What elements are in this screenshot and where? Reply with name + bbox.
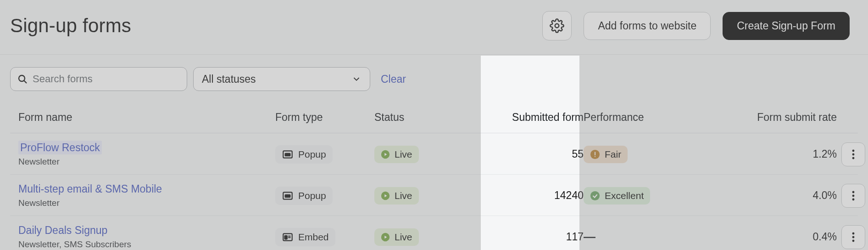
- svg-point-10: [852, 149, 855, 152]
- gear-icon: [550, 18, 564, 33]
- performance-label: Excellent: [605, 190, 644, 201]
- svg-rect-22: [285, 235, 287, 239]
- svg-point-11: [852, 153, 855, 155]
- submitted-count: 117: [492, 231, 584, 243]
- clear-filters-link[interactable]: Clear: [381, 73, 406, 85]
- form-type-label: Popup: [298, 190, 326, 201]
- col-submitted: Submitted form: [492, 111, 584, 124]
- status-label: Live: [395, 190, 412, 201]
- page-title: Sign-up forms: [10, 15, 131, 37]
- submit-rate: 4.0%: [749, 189, 837, 202]
- popup-icon: [282, 148, 294, 160]
- form-type-label: Popup: [298, 149, 326, 160]
- check-icon: [590, 191, 600, 201]
- performance-pill: Excellent: [584, 187, 650, 205]
- row-actions-button[interactable]: [841, 225, 865, 249]
- row-actions-button[interactable]: [841, 142, 865, 166]
- status-filter[interactable]: All statuses: [193, 67, 370, 91]
- svg-point-19: [852, 194, 855, 197]
- status-filter-value: All statuses: [202, 73, 256, 85]
- form-subtitle: Newsletter, SMS Subscribers: [18, 239, 275, 250]
- form-type-pill: Embed: [275, 228, 335, 246]
- form-name-link[interactable]: ProFlow Restock: [18, 141, 102, 154]
- col-form-name: Form name: [18, 111, 275, 124]
- add-forms-button[interactable]: Add forms to website: [584, 12, 711, 40]
- form-subtitle: Newsletter: [18, 157, 275, 167]
- performance-label: Fair: [605, 149, 621, 160]
- performance-pill: Fair: [584, 146, 628, 163]
- play-icon: [381, 191, 390, 200]
- popup-icon: [282, 190, 294, 202]
- svg-point-0: [555, 24, 559, 28]
- more-vertical-icon: [852, 191, 855, 201]
- status-pill: Live: [374, 187, 419, 205]
- submitted-count: 14240: [492, 189, 584, 202]
- more-vertical-icon: [852, 149, 855, 159]
- more-vertical-icon: [852, 232, 855, 242]
- svg-point-1: [19, 75, 25, 81]
- search-icon: [17, 74, 28, 85]
- status-label: Live: [395, 149, 412, 160]
- svg-point-27: [852, 232, 855, 234]
- form-subtitle: Newsletter: [18, 198, 275, 208]
- table-row: Multi-step email & SMS MobileNewsletterP…: [10, 175, 858, 216]
- submit-rate: 1.2%: [749, 148, 837, 160]
- form-type-pill: Popup: [275, 145, 333, 164]
- status-label: Live: [395, 232, 412, 243]
- svg-point-20: [852, 198, 855, 200]
- status-pill: Live: [374, 146, 419, 163]
- svg-point-17: [590, 191, 600, 200]
- chevron-down-icon: [351, 74, 362, 84]
- form-name-link[interactable]: Multi-step email & SMS Mobile: [18, 183, 162, 195]
- svg-point-28: [852, 236, 855, 238]
- play-icon: [381, 233, 390, 242]
- row-actions-button[interactable]: [841, 184, 865, 208]
- svg-point-29: [852, 239, 855, 242]
- svg-point-18: [852, 191, 855, 193]
- status-pill: Live: [374, 228, 419, 246]
- form-type-pill: Popup: [275, 187, 333, 205]
- form-name-link[interactable]: Daily Deals Signup: [18, 224, 107, 236]
- svg-line-2: [24, 81, 27, 84]
- svg-rect-9: [595, 156, 595, 157]
- col-rate: Form submit rate: [749, 111, 837, 124]
- col-status: Status: [374, 111, 492, 124]
- svg-point-12: [852, 157, 855, 159]
- svg-rect-8: [595, 152, 595, 155]
- search-input-wrapper[interactable]: [10, 67, 187, 91]
- play-icon: [381, 150, 390, 159]
- create-form-button[interactable]: Create Sign-up Form: [723, 12, 850, 40]
- submit-rate: 0.4%: [749, 231, 837, 243]
- col-form-type: Form type: [275, 111, 374, 124]
- warning-icon: [590, 149, 600, 159]
- submitted-count: 55: [492, 148, 584, 160]
- form-type-label: Embed: [298, 232, 329, 243]
- search-input[interactable]: [33, 73, 180, 85]
- embed-icon: [282, 231, 294, 243]
- svg-rect-4: [285, 153, 290, 155]
- col-performance: Performance: [584, 111, 749, 124]
- table-row: Daily Deals SignupNewsletter, SMS Subscr…: [10, 216, 858, 250]
- svg-rect-14: [285, 194, 290, 197]
- performance-empty: —: [584, 230, 595, 244]
- settings-button[interactable]: [542, 11, 572, 40]
- table-row: ProFlow RestockNewsletterPopupLive55Fair…: [10, 133, 858, 175]
- table-header: Form name Form type Status Submitted for…: [10, 105, 858, 133]
